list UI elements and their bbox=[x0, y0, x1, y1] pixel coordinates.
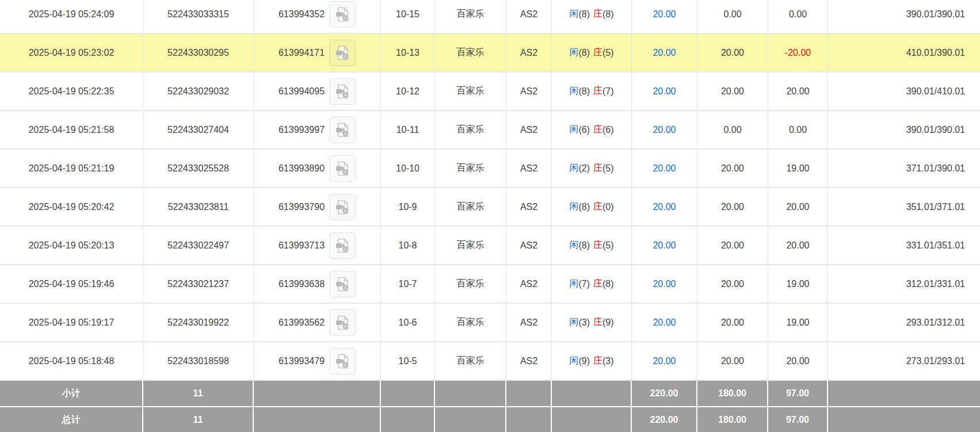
cell-balance: 273.01/293.01 bbox=[828, 342, 980, 380]
cell-round: 10-11 bbox=[381, 111, 435, 148]
cell-game-result: 闲(8)庄(5) bbox=[552, 34, 632, 71]
video-replay-button[interactable] bbox=[329, 194, 356, 220]
valid-bet-link[interactable]: 20.00 bbox=[653, 279, 676, 289]
table-row[interactable]: 2025-04-19 05:21:58 522433027404 6139939… bbox=[0, 111, 980, 150]
table-row[interactable]: 2025-04-19 05:22:35 522433029032 6139940… bbox=[0, 72, 980, 111]
cell-bet-amount: 20.00 bbox=[697, 150, 768, 187]
video-file-icon bbox=[334, 122, 350, 138]
cell-bet-number: 522433027404 bbox=[143, 111, 254, 148]
table-row[interactable]: 2025-04-19 05:21:19 522433025528 6139938… bbox=[0, 150, 980, 188]
cell-game-result: 闲(8)庄(5) bbox=[552, 227, 632, 264]
cell-session-number: 613993890 bbox=[254, 150, 381, 187]
cell-bet-amount: 20.00 bbox=[697, 265, 768, 303]
cell-table-name: AS2 bbox=[506, 150, 552, 187]
video-replay-button[interactable] bbox=[329, 271, 356, 297]
total-valid-bet: 220.00 bbox=[632, 407, 697, 432]
video-replay-button[interactable] bbox=[329, 117, 356, 143]
cell-game-name: 百家乐 bbox=[435, 227, 506, 264]
video-file-icon bbox=[334, 45, 350, 61]
video-replay-button[interactable] bbox=[329, 1, 356, 28]
cell-valid-bet: 20.00 bbox=[632, 0, 697, 33]
records-table-body: 2025-04-19 05:24:09 522433033315 6139943… bbox=[0, 0, 980, 381]
cell-session-number: 613993638 bbox=[254, 265, 381, 303]
cell-game-name: 百家乐 bbox=[435, 111, 506, 148]
cell-bet-number: 522433030295 bbox=[143, 34, 254, 71]
cell-game-name: 百家乐 bbox=[435, 265, 506, 303]
cell-bet-time: 2025-04-19 05:20:13 bbox=[0, 227, 143, 264]
cell-game-name: 百家乐 bbox=[435, 188, 506, 225]
video-file-icon bbox=[334, 199, 350, 215]
cell-bet-number: 522433025528 bbox=[143, 150, 254, 187]
cell-bet-time: 2025-04-19 05:23:02 bbox=[0, 34, 143, 71]
video-file-icon bbox=[334, 160, 350, 177]
cell-game-name: 百家乐 bbox=[435, 342, 506, 380]
table-row[interactable]: 2025-04-19 05:20:42 522433023811 6139937… bbox=[0, 188, 980, 227]
cell-balance: 351.01/371.01 bbox=[828, 188, 980, 225]
cell-bet-time: 2025-04-19 05:24:09 bbox=[0, 0, 143, 33]
cell-balance: 371.01/390.01 bbox=[828, 150, 980, 187]
table-row[interactable]: 2025-04-19 05:18:48 522433018598 6139934… bbox=[0, 342, 980, 381]
cell-valid-bet: 20.00 bbox=[632, 72, 697, 110]
video-replay-button[interactable] bbox=[329, 232, 356, 259]
cell-game-name: 百家乐 bbox=[435, 0, 506, 33]
cell-round: 10-8 bbox=[381, 227, 435, 264]
cell-game-result: 闲(9)庄(3) bbox=[552, 342, 632, 380]
cell-bet-number: 522433023811 bbox=[143, 188, 254, 225]
cell-bet-amount: 20.00 bbox=[697, 72, 768, 110]
player-result-label: 闲 bbox=[569, 47, 578, 59]
cell-round: 10-5 bbox=[381, 342, 435, 380]
table-row[interactable]: 2025-04-19 05:23:02 522433030295 6139941… bbox=[0, 34, 980, 72]
subtotal-count: 11 bbox=[143, 381, 254, 406]
valid-bet-link[interactable]: 20.00 bbox=[653, 240, 676, 251]
valid-bet-link[interactable]: 20.00 bbox=[653, 125, 676, 135]
valid-bet-link[interactable]: 20.00 bbox=[653, 356, 676, 366]
valid-bet-link[interactable]: 20.00 bbox=[653, 86, 676, 97]
video-replay-button[interactable] bbox=[329, 348, 356, 374]
cell-session-number: 613993997 bbox=[254, 111, 381, 148]
cell-bet-amount: 0.00 bbox=[697, 111, 768, 148]
banker-result-label: 庄 bbox=[593, 85, 603, 97]
valid-bet-link[interactable]: 20.00 bbox=[653, 163, 676, 174]
cell-bet-amount: 20.00 bbox=[697, 188, 768, 225]
table-row[interactable]: 2025-04-19 05:19:17 522433019922 6139935… bbox=[0, 304, 980, 342]
total-bet-amount: 180.00 bbox=[697, 407, 768, 432]
cell-bet-number: 522433021237 bbox=[143, 265, 254, 303]
video-replay-button[interactable] bbox=[329, 78, 356, 105]
cell-round: 10-10 bbox=[381, 150, 435, 187]
table-row[interactable]: 2025-04-19 05:20:13 522433022497 6139937… bbox=[0, 227, 980, 265]
video-replay-button[interactable] bbox=[329, 155, 356, 182]
cell-valid-bet: 20.00 bbox=[632, 227, 697, 264]
cell-bet-amount: 20.00 bbox=[697, 34, 768, 71]
valid-bet-link[interactable]: 20.00 bbox=[653, 48, 676, 58]
banker-result-label: 庄 bbox=[593, 201, 603, 213]
subtotal-row: 小计 11 220.00 180.00 97.00 bbox=[0, 381, 980, 407]
video-replay-button[interactable] bbox=[329, 40, 356, 66]
cell-session-number: 613993479 bbox=[254, 342, 381, 380]
valid-bet-link[interactable]: 20.00 bbox=[653, 9, 676, 20]
cell-balance: 312.01/331.01 bbox=[828, 265, 980, 303]
banker-result-label: 庄 bbox=[593, 47, 603, 59]
cell-game-result: 闲(8)庄(7) bbox=[552, 72, 632, 110]
table-row[interactable]: 2025-04-19 05:24:09 522433033315 6139943… bbox=[0, 0, 980, 34]
total-empty-game bbox=[435, 407, 506, 432]
cell-game-name: 百家乐 bbox=[435, 304, 506, 341]
cell-table-name: AS2 bbox=[506, 72, 552, 110]
cell-table-name: AS2 bbox=[506, 0, 552, 33]
table-row[interactable]: 2025-04-19 05:19:46 522433021237 6139936… bbox=[0, 265, 980, 304]
player-result-label: 闲 bbox=[569, 316, 578, 328]
subtotal-empty-game bbox=[435, 381, 506, 406]
subtotal-empty-result bbox=[552, 381, 632, 406]
cell-balance: 390.01/390.01 bbox=[828, 0, 980, 33]
video-replay-button[interactable] bbox=[329, 309, 356, 336]
cell-bet-number: 522433029032 bbox=[143, 72, 254, 110]
banker-result-label: 庄 bbox=[593, 355, 603, 367]
valid-bet-link[interactable]: 20.00 bbox=[653, 202, 676, 212]
cell-valid-bet: 20.00 bbox=[632, 34, 697, 71]
valid-bet-link[interactable]: 20.00 bbox=[653, 318, 676, 328]
subtotal-label: 小计 bbox=[0, 381, 143, 406]
cell-bet-time: 2025-04-19 05:20:42 bbox=[0, 188, 143, 225]
cell-valid-bet: 20.00 bbox=[632, 265, 697, 303]
player-result-label: 闲 bbox=[569, 162, 578, 174]
cell-win-loss: 20.00 bbox=[768, 342, 828, 380]
cell-game-name: 百家乐 bbox=[435, 34, 506, 71]
